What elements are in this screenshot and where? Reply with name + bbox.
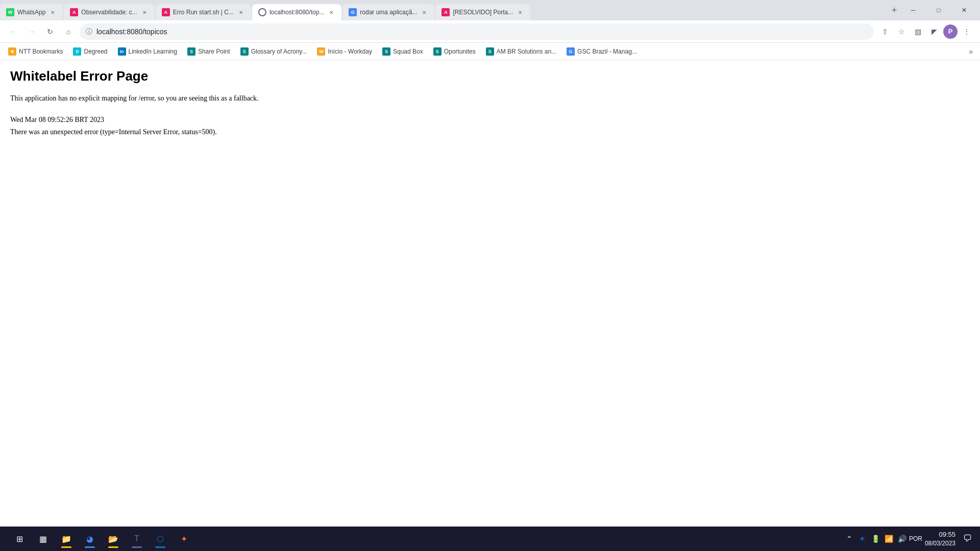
taskbar-apps: ⊞▦📁◕📂T⬡✦: [8, 528, 195, 550]
more-options-button[interactable]: ⋮: [960, 24, 974, 39]
bookmark-label-bm9: AM BR Solutions an...: [497, 48, 556, 55]
tab-tab5[interactable]: Grodar uma aplicaçã...✕: [342, 4, 434, 20]
home-button[interactable]: ⌂: [61, 24, 76, 39]
bookmark-favicon-bm6: W: [317, 47, 325, 56]
bookmark-label-bm7: Squad Box: [393, 48, 423, 55]
clock-date: 08/03/2023: [925, 539, 955, 548]
media-router-button[interactable]: ◤: [927, 24, 941, 39]
tab-tab3[interactable]: AErro Run start.sh | C...✕: [156, 4, 251, 20]
tabs-area: WWhatsApp✕AObservabilidade: c...✕AErro R…: [0, 0, 885, 20]
browser-window: WWhatsApp✕AObservabilidade: c...✕AErro R…: [0, 0, 980, 551]
taskbar-app-vscode[interactable]: ⬡: [149, 528, 172, 550]
error-line-2: Wed Mar 08 09:52:26 BRT 2023: [10, 116, 970, 124]
bookmark-favicon-bm10: G: [567, 47, 575, 56]
bookmark-favicon-bm7: S: [382, 47, 390, 56]
security-icon: ⓘ: [86, 27, 92, 36]
tab-label-tab5: rodar uma aplicaçã...: [360, 9, 417, 16]
window-controls: ─ □ ✕: [901, 0, 980, 20]
bookmark-bm6[interactable]: WInício - Workday: [313, 45, 376, 58]
volume-icon[interactable]: 🔊: [897, 534, 908, 544]
chevron-up-icon[interactable]: ⌃: [844, 534, 854, 544]
reload-button[interactable]: ↻: [43, 24, 57, 39]
tab-favicon-tab3: A: [162, 8, 170, 16]
tab-close-tab3[interactable]: ✕: [237, 8, 245, 16]
back-button[interactable]: ←: [6, 24, 20, 39]
profile-button[interactable]: P: [943, 24, 958, 39]
bookmark-bm8[interactable]: SOportunites: [429, 45, 480, 58]
bookmark-favicon-bm1: ★: [8, 47, 16, 56]
bookmark-label-bm4: Share Point: [198, 48, 230, 55]
share-button[interactable]: ⇧: [878, 24, 892, 39]
bookmark-bm7[interactable]: SSquad Box: [378, 45, 427, 58]
address-bar[interactable]: ⓘ localhost:8080/topicos: [80, 23, 874, 40]
bookmark-label-bm6: Início - Workday: [328, 48, 372, 55]
tab-close-tab1[interactable]: ✕: [48, 8, 57, 16]
file-explorer-underline: [61, 546, 71, 548]
vscode-icon: ⬡: [153, 532, 167, 546]
tab-close-tab4[interactable]: ✕: [327, 8, 335, 16]
tab-tab2[interactable]: AObservabilidade: c...✕: [64, 4, 154, 20]
taskbar-clock[interactable]: 09:55 08/03/2023: [925, 530, 955, 548]
bookmark-bm4[interactable]: SShare Point: [183, 45, 234, 58]
folder-icon: 📂: [106, 532, 120, 546]
bookmarks-bar: ★NTT BookmarksDDegreedinLinkedIn Learnin…: [0, 43, 980, 60]
chat-button[interactable]: 🗩: [960, 531, 976, 547]
bookmark-favicon-bm5: S: [240, 47, 249, 56]
taskbar-app-teams[interactable]: T: [126, 528, 148, 550]
bookmarks-more-button[interactable]: »: [966, 45, 976, 58]
maximize-button[interactable]: □: [927, 2, 950, 18]
taskbar-app-search[interactable]: ▦: [32, 528, 54, 550]
teams-underline: [132, 546, 142, 548]
close-button[interactable]: ✕: [952, 2, 976, 18]
bookmark-label-bm3: LinkedIn Learning: [129, 48, 177, 55]
tab-tab1[interactable]: WWhatsApp✕: [0, 4, 63, 20]
bookmark-label-bm1: NTT Bookmarks: [19, 48, 63, 55]
taskbar-app-docker[interactable]: ✦: [173, 528, 195, 550]
bookmark-bm2[interactable]: DDegreed: [69, 45, 111, 58]
bookmark-bm1[interactable]: ★NTT Bookmarks: [4, 45, 67, 58]
onedrive-icon[interactable]: ☀: [857, 534, 868, 544]
nav-right-buttons: ⇧ ☆ ▧ ◤ P ⋮: [878, 24, 974, 39]
error-line-3: There was an unexpected error (type=Inte…: [10, 128, 970, 136]
tab-close-tab6[interactable]: ✕: [516, 8, 524, 16]
tab-tab4[interactable]: localhost:8080/top...✕: [252, 4, 341, 20]
bookmark-favicon-bm3: in: [118, 47, 126, 56]
tab-label-tab6: [RESOLVIDO] Porta...: [453, 9, 513, 16]
clock-time: 09:55: [925, 530, 955, 539]
bookmark-bm9[interactable]: SAM BR Solutions an...: [482, 45, 560, 58]
extensions-button[interactable]: ▧: [911, 24, 925, 39]
file-explorer-icon: 📁: [59, 532, 74, 546]
bookmark-favicon-bm9: S: [486, 47, 494, 56]
page-title: Whitelabel Error Page: [10, 68, 970, 84]
taskbar-app-start[interactable]: ⊞: [8, 528, 31, 550]
tab-label-tab2: Observabilidade: c...: [81, 9, 137, 16]
bookmark-bm10[interactable]: GGSC Brazil - Manag...: [562, 45, 641, 58]
bookmark-favicon-bm4: S: [187, 47, 195, 56]
profile-avatar: P: [943, 24, 958, 39]
network-icon[interactable]: 📶: [884, 534, 894, 544]
taskbar-app-folder[interactable]: 📂: [102, 528, 125, 550]
tab-close-tab5[interactable]: ✕: [420, 8, 428, 16]
docker-icon: ✦: [177, 532, 191, 546]
new-tab-button[interactable]: +: [887, 3, 901, 17]
tab-close-tab2[interactable]: ✕: [140, 8, 149, 16]
tab-label-tab4: localhost:8080/top...: [270, 9, 324, 16]
address-text: localhost:8080/topicos: [96, 28, 868, 36]
taskbar-app-file-explorer[interactable]: 📁: [55, 528, 78, 550]
tab-favicon-tab6: A: [442, 8, 450, 16]
battery-icon[interactable]: 🔋: [871, 534, 881, 544]
bookmark-star-button[interactable]: ☆: [894, 24, 909, 39]
taskbar: ⊞▦📁◕📂T⬡✦ ⌃ ☀ 🔋 📶 🔊 POR 09:55 08/03/2023 …: [0, 527, 980, 551]
start-icon: ⊞: [12, 532, 27, 546]
vscode-underline: [155, 546, 165, 548]
minimize-button[interactable]: ─: [901, 2, 925, 18]
folder-underline: [108, 546, 118, 548]
bookmark-bm5[interactable]: SGlossary of Acrony...: [236, 45, 311, 58]
forward-button[interactable]: →: [24, 24, 39, 39]
bookmark-label-bm10: GSC Brazil - Manag...: [577, 48, 637, 55]
tab-tab6[interactable]: A[RESOLVIDO] Porta...✕: [435, 4, 530, 20]
tab-favicon-tab5: G: [349, 8, 357, 16]
taskbar-app-chrome[interactable]: ◕: [79, 528, 101, 550]
tab-favicon-tab1: W: [6, 8, 14, 16]
bookmark-bm3[interactable]: inLinkedIn Learning: [114, 45, 181, 58]
